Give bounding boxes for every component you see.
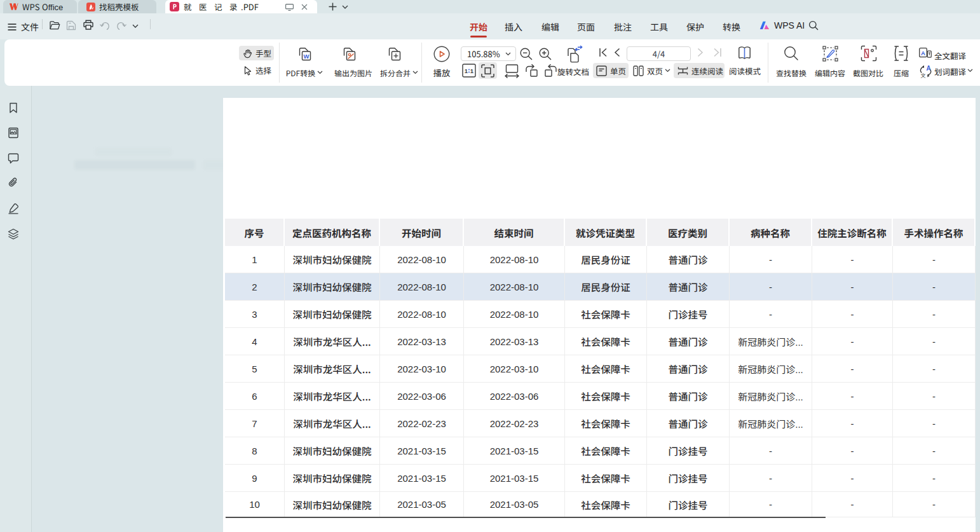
svg-text:A: A xyxy=(921,50,925,57)
svg-text:1: 1 xyxy=(470,67,474,74)
svg-text:1: 1 xyxy=(465,67,468,74)
svg-text:A: A xyxy=(927,65,931,72)
svg-text:W: W xyxy=(304,53,310,60)
svg-text:文: 文 xyxy=(921,72,926,79)
